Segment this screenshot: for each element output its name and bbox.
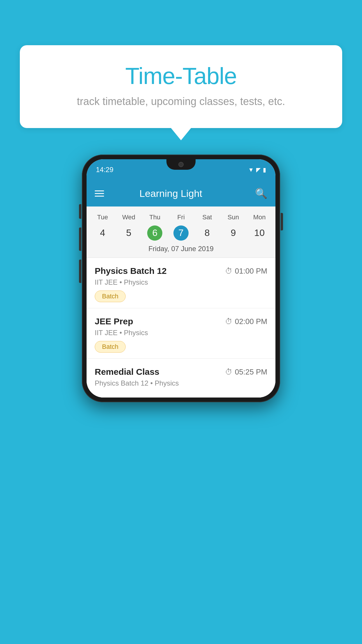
speech-bubble: Time-Table track timetable, upcoming cla…: [20, 45, 342, 128]
day-6-today[interactable]: 6: [147, 225, 162, 241]
silent-button: [79, 204, 81, 219]
class-name: Physics Batch 12: [95, 266, 167, 276]
class-name: Remedial Class: [95, 367, 159, 377]
class-item-physics-batch-12[interactable]: Physics Batch 12 ⏱ 01:00 PM IIT JEE • Ph…: [87, 258, 275, 308]
power-button: [281, 213, 283, 230]
clock-icon: ⏱: [225, 267, 233, 276]
day-header-wed: Wed: [116, 212, 142, 222]
batch-badge: Batch: [95, 290, 126, 302]
app-bar: Learning Light 🔍: [87, 180, 275, 206]
volume-down-button: [79, 260, 81, 283]
day-4[interactable]: 4: [89, 225, 116, 241]
class-meta: Physics Batch 12 • Physics: [95, 379, 267, 387]
day-header-mon: Mon: [246, 212, 273, 222]
clock-icon: ⏱: [225, 317, 233, 326]
status-icons: ▼ ◤ ▮: [248, 166, 266, 173]
day-7-selected[interactable]: 7: [173, 225, 189, 241]
phone-outer: 14:29 ▼ ◤ ▮ Learning Light 🔍: [82, 155, 280, 402]
status-time: 14:29: [96, 166, 113, 174]
class-item-jee-prep[interactable]: JEE Prep ⏱ 02:00 PM IIT JEE • Physics Ba…: [87, 308, 275, 359]
app-title: Learning Light: [95, 188, 247, 199]
class-meta: IIT JEE • Physics: [95, 329, 267, 337]
day-header-sat: Sat: [194, 212, 220, 222]
class-row-top: Remedial Class ⏱ 05:25 PM: [95, 367, 267, 377]
camera: [178, 162, 184, 167]
phone-screen: 14:29 ▼ ◤ ▮ Learning Light 🔍: [87, 159, 275, 398]
notch: [166, 159, 196, 170]
bubble-subtitle: track timetable, upcoming classes, tests…: [34, 95, 328, 108]
class-row-top: Physics Batch 12 ⏱ 01:00 PM: [95, 266, 267, 276]
day-10[interactable]: 10: [246, 225, 273, 241]
day-numbers: 4 5 6 7 8 9 10: [87, 225, 275, 241]
calendar-strip: Tue Wed Thu Fri Sat Sun Mon 4 5 6 7 8 9 …: [87, 206, 275, 258]
class-row-top: JEE Prep ⏱ 02:00 PM: [95, 316, 267, 326]
day-header-thu: Thu: [142, 212, 168, 222]
day-headers: Tue Wed Thu Fri Sat Sun Mon: [87, 212, 275, 222]
day-8[interactable]: 8: [194, 225, 220, 241]
status-bar: 14:29 ▼ ◤ ▮: [87, 159, 275, 180]
class-time: ⏱ 02:00 PM: [225, 317, 267, 326]
class-meta: IIT JEE • Physics: [95, 278, 267, 286]
class-item-remedial[interactable]: Remedial Class ⏱ 05:25 PM Physics Batch …: [87, 359, 275, 398]
classes-list: Physics Batch 12 ⏱ 01:00 PM IIT JEE • Ph…: [87, 258, 275, 398]
volume-up-button: [79, 228, 81, 251]
day-5[interactable]: 5: [116, 225, 142, 241]
search-icon[interactable]: 🔍: [255, 188, 267, 199]
class-name: JEE Prep: [95, 316, 133, 326]
day-9[interactable]: 9: [220, 225, 247, 241]
day-header-fri: Fri: [168, 212, 194, 222]
day-header-tue: Tue: [89, 212, 116, 222]
signal-icon: ◤: [256, 166, 261, 173]
battery-icon: ▮: [263, 166, 266, 173]
clock-icon: ⏱: [225, 368, 233, 377]
day-header-sun: Sun: [220, 212, 247, 222]
class-time: ⏱ 01:00 PM: [225, 267, 267, 276]
bubble-title: Time-Table: [34, 63, 328, 90]
batch-badge: Batch: [95, 341, 126, 353]
date-label: Friday, 07 June 2019: [87, 241, 275, 258]
class-time: ⏱ 05:25 PM: [225, 368, 267, 377]
phone-mockup: 14:29 ▼ ◤ ▮ Learning Light 🔍: [82, 155, 280, 402]
wifi-icon: ▼: [248, 167, 254, 173]
